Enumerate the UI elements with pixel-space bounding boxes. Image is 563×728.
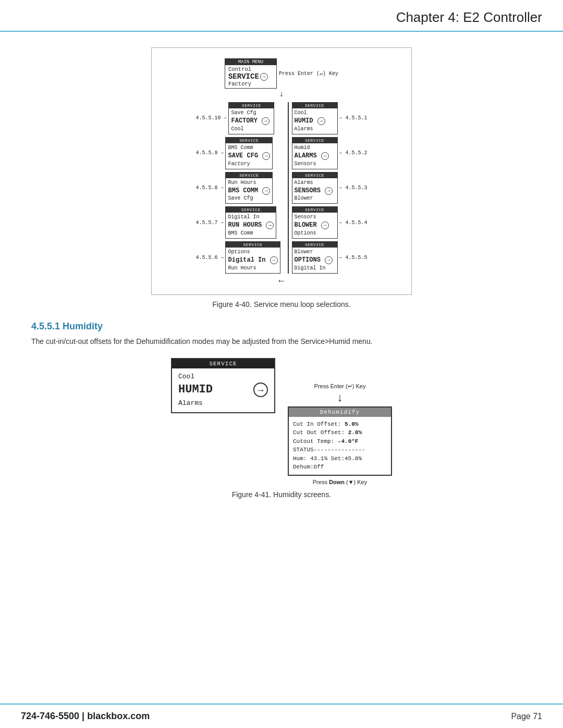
humid-arrow-circle: → — [253, 382, 268, 397]
section-heading: 4.5.5.1 Humidity — [31, 321, 532, 332]
dehum-screen-box: Dehumidify Cut In Offset: 5.0% Cut Out O… — [288, 406, 392, 476]
footer-contact: 724-746-5500 | blackbox.com — [21, 711, 150, 722]
service-arrow-circle: → — [260, 73, 268, 81]
right-box-1: SERVICE Cool HUMID → Alarms — [292, 102, 338, 134]
right-num-3: – 4.5.5.3 — [339, 185, 368, 191]
left-row-2: 4.5.5.9 – SERVICE BMS Comm SAVE CFG → Fa… — [195, 137, 280, 169]
page-header: Chapter 4: E2 Controller — [0, 0, 563, 32]
dehum-line-1: Cut In Offset: 5.0% — [293, 420, 387, 429]
section-description: The cut-in/cut-out offsets for the Dehum… — [31, 337, 532, 346]
dehum-screen-header: Dehumidify — [289, 408, 391, 417]
service-screen-box: SERVICE Cool HUMID → Alarms — [171, 358, 275, 413]
right-num-5: – 4.5.5.5 — [339, 255, 368, 261]
main-content: MAIN MENU Control SERVICE → Factory Pres… — [0, 32, 563, 527]
fig40-caption: Figure 4-40. Service menu loop selection… — [31, 300, 532, 309]
left-box-2: SERVICE BMS Comm SAVE CFG → Factory — [225, 137, 273, 169]
main-menu-control: Control — [228, 66, 273, 72]
right-box-4: SERVICE Sensors BLOWER → Options — [292, 206, 338, 239]
left-row-1: 4.5.5.10 – SERVICE Save Cfg FACTORY → Co… — [195, 102, 280, 134]
left-box-5: SERVICE Options Digital In → Run Hours — [225, 241, 280, 274]
dehum-line-5: Hum: 43.1% Set:45.0% — [293, 454, 387, 463]
right-num-1: – 4.5.5.1 — [339, 115, 368, 121]
right-row-1: SERVICE Cool HUMID → Alarms – 4.5.5.1 — [292, 102, 368, 134]
col-separator — [288, 102, 289, 274]
right-row-3: SERVICE Alarms SENSORS → Blower – 4.5.5.… — [292, 172, 368, 204]
main-menu-header: MAIN MENU — [225, 59, 276, 65]
left-row-3: 4.5.5.8 – SERVICE Run Hours BMS COMM → S… — [195, 172, 280, 204]
right-box-5: SERVICE Blower OPTIONS → Digital In — [292, 241, 338, 274]
press-enter-label: Press Enter (↵) Key — [279, 70, 338, 77]
left-box-4: SERVICE Digital In RUN HOURS → BMS Comm — [225, 206, 276, 239]
main-menu-top: MAIN MENU Control SERVICE → Factory Pres… — [162, 58, 401, 99]
left-box-3: SERVICE Run Hours BMS COMM → Save Cfg — [225, 172, 273, 204]
service-humid-screen: SERVICE Cool HUMID → Alarms — [171, 358, 275, 413]
press-enter-key-label: Press Enter (↵) Key — [314, 383, 366, 390]
humidity-screens-row: SERVICE Cool HUMID → Alarms Press Enter … — [171, 358, 392, 485]
screen-alarms-item: Alarms — [178, 399, 268, 407]
right-row-5: SERVICE Blower OPTIONS → Digital In – 4.… — [292, 241, 368, 274]
dehum-line-6: Dehum:Off — [293, 463, 387, 472]
right-box-3: SERVICE Alarms SENSORS → Blower — [292, 172, 338, 204]
screen-humid-item: HUMID → — [178, 382, 268, 397]
main-menu-box: MAIN MENU Control SERVICE → Factory — [225, 58, 277, 89]
left-row-4: 4.5.5.7 – SERVICE Digital In RUN HOURS →… — [195, 206, 280, 239]
menu-columns: 4.5.5.10 – SERVICE Save Cfg FACTORY → Co… — [162, 102, 401, 274]
left-menu-col: 4.5.5.10 – SERVICE Save Cfg FACTORY → Co… — [195, 102, 280, 274]
main-menu-factory: Factory — [228, 81, 273, 87]
chapter-title: Chapter 4: E2 Controller — [396, 9, 542, 25]
main-menu-service: SERVICE — [228, 72, 259, 81]
right-box-2: SERVICE Humid ALARMS → Sensors — [292, 137, 338, 169]
press-down-label: Press Down (▼) Key — [313, 479, 367, 485]
right-menu-col: SERVICE Cool HUMID → Alarms – 4.5.5.1 — [292, 102, 368, 274]
dehum-screen-body: Cut In Offset: 5.0% Cut Out Offset: 2.0%… — [289, 417, 391, 475]
right-row-2: SERVICE Humid ALARMS → Sensors – 4.5.5.2 — [292, 137, 368, 169]
left-box-1: SERVICE Save Cfg FACTORY → Cool — [228, 102, 274, 134]
right-num-4: – 4.5.5.4 — [339, 220, 368, 226]
page-footer: 724-746-5500 | blackbox.com Page 71 — [0, 704, 563, 728]
enter-down-arrow: ↓ — [337, 391, 343, 404]
dehum-line-2: Cut Out Offset: 2.0% — [293, 428, 387, 437]
service-screen-header: SERVICE — [172, 359, 274, 368]
service-menu-diagram: MAIN MENU Control SERVICE → Factory Pres… — [162, 58, 401, 286]
main-down-arrow: ↓ — [162, 90, 401, 99]
screen-cool-item: Cool — [178, 373, 268, 380]
enter-key-flow: Press Enter (↵) Key ↓ Dehumidify Cut In … — [288, 383, 392, 485]
right-row-4: SERVICE Sensors BLOWER → Options – 4.5.5… — [292, 206, 368, 239]
fig40-diagram: MAIN MENU Control SERVICE → Factory Pres… — [151, 47, 412, 295]
footer-page: Page 71 — [511, 712, 542, 721]
dehum-line-4: STATUS--------------- — [293, 446, 387, 454]
fig41-area: SERVICE Cool HUMID → Alarms Press Enter … — [31, 358, 532, 511]
bottom-loop-arrow: ← — [162, 276, 401, 286]
fig41-caption: Figure 4-41. Humidity screens. — [232, 490, 332, 499]
left-row-5: 4.5.5.6 – SERVICE Options Digital In → R… — [195, 241, 280, 274]
dehum-line-3: Cutout Temp: -4.0°F — [293, 437, 387, 446]
right-num-2: – 4.5.5.2 — [339, 150, 368, 156]
left-num-1: 4.5.5.10 – — [195, 115, 227, 121]
